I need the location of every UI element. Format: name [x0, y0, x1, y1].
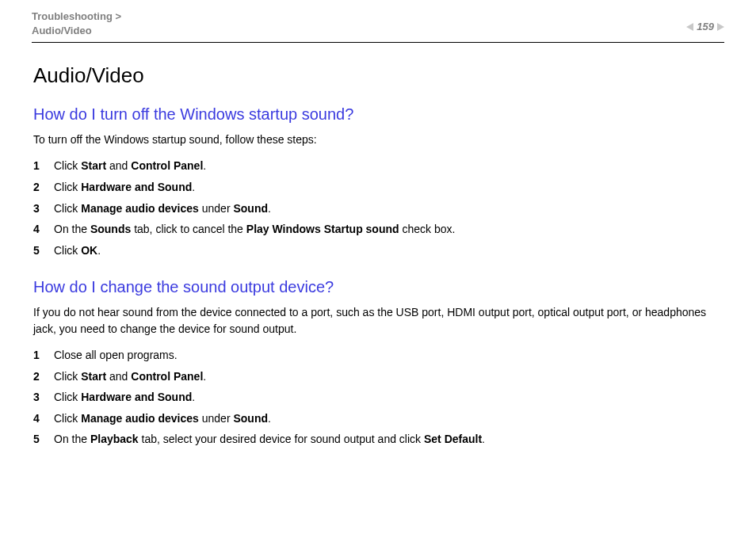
step-number: 3: [33, 387, 54, 408]
step-text: Click Start and Control Panel.: [54, 155, 723, 177]
step-number: 2: [33, 177, 54, 198]
step-text: Click Manage audio devices under Sound.: [54, 198, 723, 219]
step-item: 2Click Hardware and Sound.: [33, 177, 723, 198]
step-text: Click Hardware and Sound.: [54, 387, 723, 408]
step-number: 2: [33, 366, 54, 387]
page-nav: 159: [686, 21, 724, 32]
step-text: Click Start and Control Panel.: [54, 366, 723, 387]
section2-heading: How do I change the sound output device?: [33, 278, 723, 296]
step-text: Click Manage audio devices under Sound.: [54, 408, 723, 429]
step-number: 1: [33, 155, 54, 177]
section1-heading: How do I turn off the Windows startup so…: [33, 105, 723, 124]
step-item: 1Close all open programs.: [33, 345, 723, 366]
step-number: 3: [33, 198, 54, 219]
prev-page-icon[interactable]: [686, 23, 693, 31]
breadcrumb-line1: Troubleshooting >: [32, 10, 121, 24]
step-item: 4On the Sounds tab, click to cancel the …: [33, 219, 723, 240]
step-item: 2Click Start and Control Panel.: [33, 366, 723, 387]
step-number: 4: [33, 219, 54, 240]
step-text: Close all open programs.: [54, 345, 723, 366]
step-number: 4: [33, 408, 54, 429]
breadcrumb-line2: Audio/Video: [32, 24, 121, 38]
page-content: Audio/Video How do I turn off the Window…: [32, 63, 724, 450]
document-page: Troubleshooting > Audio/Video 159 Audio/…: [0, 0, 756, 534]
next-page-icon[interactable]: [717, 23, 724, 31]
step-number: 1: [33, 345, 54, 366]
page-title: Audio/Video: [33, 63, 723, 88]
step-text: Click Hardware and Sound.: [54, 177, 723, 198]
step-text: On the Playback tab, select your desired…: [54, 429, 723, 450]
step-text: On the Sounds tab, click to cancel the P…: [54, 219, 723, 240]
section1-intro: To turn off the Windows startup sound, f…: [33, 132, 723, 147]
step-item: 5Click OK.: [33, 240, 723, 261]
step-number: 5: [33, 429, 54, 450]
step-text: Click OK.: [54, 240, 723, 261]
step-item: 5On the Playback tab, select your desire…: [33, 429, 723, 450]
step-item: 4Click Manage audio devices under Sound.: [33, 408, 723, 429]
step-item: 3Click Manage audio devices under Sound.: [33, 198, 723, 219]
section2-intro: If you do not hear sound from the device…: [33, 304, 723, 337]
step-item: 3Click Hardware and Sound.: [33, 387, 723, 408]
section2-steps: 1Close all open programs.2Click Start an…: [33, 345, 723, 450]
page-header: Troubleshooting > Audio/Video 159: [32, 10, 724, 43]
step-number: 5: [33, 240, 54, 261]
step-item: 1Click Start and Control Panel.: [33, 155, 723, 177]
page-number: 159: [697, 21, 714, 32]
breadcrumb: Troubleshooting > Audio/Video: [32, 10, 121, 37]
section1-steps: 1Click Start and Control Panel.2Click Ha…: [33, 155, 723, 261]
section2: How do I change the sound output device?…: [33, 278, 723, 450]
